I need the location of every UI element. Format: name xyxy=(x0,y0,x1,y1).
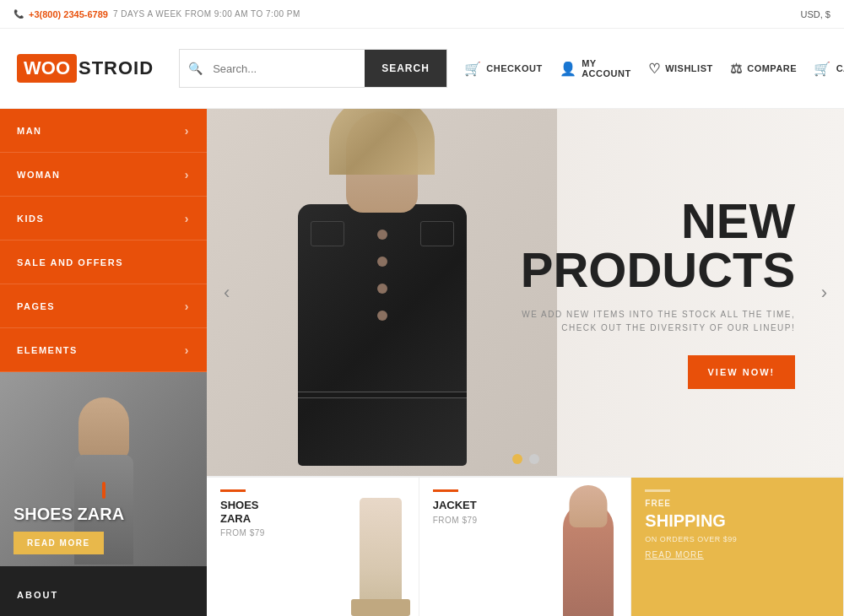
sidebar-item-sale[interactable]: SALE AND OFFERS xyxy=(0,240,207,284)
card-accent-3 xyxy=(645,489,670,492)
product-card-shipping[interactable]: FREE SHIPPING ON ORDERS OVER $99 READ MO… xyxy=(631,478,844,616)
checkout-link[interactable]: 🛒 CHECKOUT xyxy=(464,61,543,77)
slider-dot-2[interactable] xyxy=(529,454,539,464)
logo-stroid: STROID xyxy=(78,57,154,79)
sidebar-nav: MAN › WOMAN › KIDS › SALE AND OFFERS PAG… xyxy=(0,109,207,372)
sidebar-item-kids[interactable]: KIDS › xyxy=(0,197,207,240)
search-icon: 🔍 xyxy=(180,50,203,87)
logo-woo: WOO xyxy=(17,54,77,83)
hero-area: NEW PRODUCTS WE ADD NEW ITEMS INTO THE S… xyxy=(207,109,844,616)
search-input[interactable] xyxy=(203,50,365,87)
product-row: SHOESZARA FROM $79 JACKET FROM $79 xyxy=(207,476,844,616)
shipping-subtitle: ON ORDERS OVER $99 xyxy=(645,535,830,543)
header-nav: 🛒 CHECKOUT 👤 MY ACCOUNT ♡ WISHLIST ⚖ CoM… xyxy=(464,58,844,78)
chevron-right-icon: › xyxy=(185,124,190,138)
hero-content: NEW PRODUCTS WE ADD NEW ITEMS INTO THE S… xyxy=(504,180,812,406)
header: WOO STROID 🔍 SEARCH 🛒 CHECKOUT 👤 MY ACCO… xyxy=(0,29,844,109)
cart-link[interactable]: 🛒 CarT 0 xyxy=(814,60,844,77)
cart-icon: 🛒 xyxy=(464,61,482,77)
promo-read-more-button[interactable]: READ MORE xyxy=(14,532,104,554)
slider-dots xyxy=(512,454,539,464)
main-content: MAN › WOMAN › KIDS › SALE AND OFFERS PAG… xyxy=(0,109,844,616)
top-bar: 📞 +3(800) 2345-6789 7 DAYS A WEEK FROM 9… xyxy=(0,0,844,29)
promo-title: SHOES ZARA xyxy=(14,505,193,523)
sidebar-label-kids: KIDS xyxy=(17,213,44,224)
sidebar-item-man[interactable]: MAN › xyxy=(0,109,207,153)
hero-title: NEW PRODUCTS xyxy=(521,197,795,294)
product-card-jacket[interactable]: JACKET FROM $79 xyxy=(419,478,632,616)
compare-icon: ⚖ xyxy=(730,61,743,77)
shipping-read-more[interactable]: READ MORE xyxy=(645,550,830,559)
currency-selector[interactable]: USD, $ xyxy=(801,9,830,19)
logo[interactable]: WOO STROID xyxy=(17,54,154,83)
sidebar-label-man: MAN xyxy=(17,126,42,136)
sidebar-label-pages: PAGES xyxy=(17,301,55,311)
my-account-link[interactable]: 👤 MY ACCOUNT xyxy=(560,58,631,78)
sidebar-item-woman[interactable]: WOMAN › xyxy=(0,153,207,197)
sidebar-about[interactable]: ABOUT xyxy=(0,566,207,616)
account-icon: 👤 xyxy=(560,61,577,77)
sidebar-item-pages[interactable]: PAGES › xyxy=(0,284,207,328)
shipping-title: SHIPPING xyxy=(645,511,830,530)
card-accent-2 xyxy=(433,489,458,492)
sidebar-label-elements: ELEMENTS xyxy=(17,345,78,355)
chevron-right-icon: › xyxy=(185,343,190,357)
product-card-shoes[interactable]: SHOESZARA FROM $79 xyxy=(207,478,419,616)
shopping-cart-icon: 🛒 xyxy=(814,61,831,77)
free-label: FREE xyxy=(645,499,830,508)
phone-icon: 📞 xyxy=(14,9,24,19)
sidebar-label-woman: WOMAN xyxy=(17,170,61,180)
chevron-right-icon: › xyxy=(185,300,190,313)
hero-cta-button[interactable]: VIEW NOW! xyxy=(688,355,796,389)
wishlist-link[interactable]: ♡ WISHLIST xyxy=(648,61,713,77)
card-accent-1 xyxy=(220,489,246,492)
chevron-right-icon: › xyxy=(185,168,190,181)
top-bar-contact: 📞 +3(800) 2345-6789 7 DAYS A WEEK FROM 9… xyxy=(14,9,300,19)
sidebar-promo: SHOES ZARA READ MORE xyxy=(0,372,207,566)
slider-prev-button[interactable]: ‹ xyxy=(215,273,238,312)
about-label: ABOUT xyxy=(17,590,58,600)
slider-next-button[interactable]: › xyxy=(813,273,836,312)
phone-number[interactable]: +3(800) 2345-6789 xyxy=(29,9,108,19)
sidebar: MAN › WOMAN › KIDS › SALE AND OFFERS PAG… xyxy=(0,109,207,616)
business-hours: 7 DAYS A WEEK FROM 9:00 AM TO 7:00 PM xyxy=(113,9,300,19)
chevron-right-icon: › xyxy=(185,212,190,225)
sidebar-label-sale: SALE AND OFFERS xyxy=(17,257,123,267)
hero-subtitle: WE ADD NEW ITEMS INTO THE STOCK ALL THE … xyxy=(521,308,795,335)
hero-slider: NEW PRODUCTS WE ADD NEW ITEMS INTO THE S… xyxy=(207,109,844,476)
search-bar: 🔍 SEARCH xyxy=(179,49,447,88)
compare-link[interactable]: ⚖ CoMpARE xyxy=(730,61,797,77)
sidebar-item-elements[interactable]: ELEMENTS › xyxy=(0,328,207,372)
slider-dot-1[interactable] xyxy=(512,454,522,464)
heart-icon: ♡ xyxy=(648,61,661,77)
search-button[interactable]: SEARCH xyxy=(365,50,446,87)
